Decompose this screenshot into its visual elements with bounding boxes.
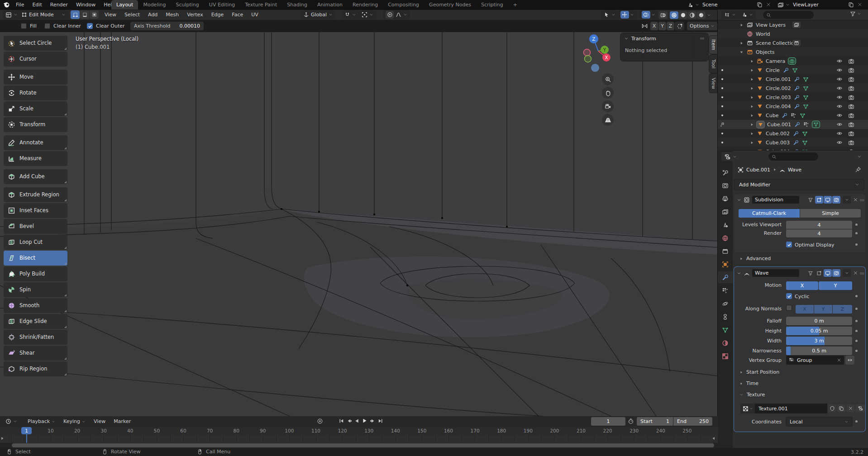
wireframe-shading-button[interactable]	[670, 11, 678, 19]
options-dropdown[interactable]: Options	[687, 22, 717, 30]
modifier-extras-dropdown[interactable]	[843, 196, 851, 204]
overlays-toggle-group[interactable]	[639, 10, 658, 19]
viewport-menu-vertex[interactable]: Vertex	[183, 10, 207, 20]
proportional-editing-group[interactable]	[383, 10, 410, 19]
along-z-button[interactable]: Z	[833, 305, 852, 314]
eye-icon[interactable]	[836, 112, 843, 119]
camera-restrict-icon[interactable]	[848, 139, 854, 146]
show-in-editmode-cage-icon[interactable]	[806, 196, 815, 204]
properties-tab-data[interactable]	[718, 324, 733, 336]
fake-user-button[interactable]	[828, 404, 836, 412]
outliner-row-objects[interactable]: Objects	[718, 48, 868, 57]
properties-editor-type-button[interactable]	[721, 152, 739, 161]
viewlayer-icon[interactable]	[777, 2, 784, 8]
camera-restrict-icon[interactable]	[848, 94, 854, 100]
pin-icon[interactable]	[855, 166, 861, 173]
eye-icon[interactable]	[836, 139, 843, 146]
auto-keying-button[interactable]	[317, 418, 323, 424]
texture-name-field[interactable]: Texture.001	[755, 404, 827, 413]
fill-checkbox-group[interactable]: Fill	[21, 23, 37, 29]
expand-arrow-icon[interactable]	[750, 95, 754, 100]
expand-arrow-icon[interactable]	[750, 59, 754, 63]
fill-checkbox[interactable]	[21, 23, 27, 29]
simple-button[interactable]: Simple	[800, 209, 861, 218]
snap-toggle-button[interactable]	[342, 10, 359, 19]
tool-annotate[interactable]: Annotate	[4, 135, 67, 150]
properties-tab-physics[interactable]	[718, 298, 733, 309]
properties-tab-particles[interactable]	[718, 285, 733, 296]
tool-spin[interactable]: Spin	[4, 282, 67, 297]
slider-falloff[interactable]: 0 m	[786, 317, 852, 325]
motion-y-button[interactable]: Y	[819, 281, 852, 290]
properties-search-field[interactable]	[768, 152, 818, 161]
outliner-filter-button[interactable]	[850, 11, 861, 17]
axis-toggle-z[interactable]: Z	[667, 22, 674, 30]
delete-modifier-button[interactable]	[851, 196, 859, 204]
workspace-tab-sculpting[interactable]: Sculpting	[171, 0, 204, 10]
viewport-menu-add[interactable]: Add	[144, 10, 162, 20]
eye-icon[interactable]	[836, 130, 843, 137]
menu-file[interactable]: File	[12, 0, 28, 10]
timeline-menu-keying[interactable]: Keying	[59, 416, 90, 427]
levels-viewport-field[interactable]: 4	[786, 221, 852, 229]
expand-left-chevron-icon[interactable]	[0, 436, 5, 441]
wrench-icon[interactable]	[794, 122, 800, 128]
display-in-editmode-toggle[interactable]	[815, 196, 823, 204]
eye-icon[interactable]	[836, 103, 843, 109]
wrench-icon[interactable]	[793, 131, 799, 137]
texture-properties-button[interactable]	[855, 404, 865, 412]
timeline-ruler[interactable]: 1020304050607080901001101201301401501601…	[0, 427, 718, 435]
expand-arrow-icon[interactable]	[750, 77, 754, 81]
workspace-tab-scripting[interactable]: Scripting	[476, 0, 508, 10]
outliner-row-cube-003[interactable]: Cube.003	[718, 138, 868, 147]
tool-smooth[interactable]: Smooth	[4, 298, 67, 313]
scene-copy-button[interactable]	[757, 2, 763, 8]
eye-icon[interactable]	[836, 121, 843, 128]
mesh-data-icon[interactable]	[812, 121, 820, 128]
animate-dot[interactable]	[855, 223, 858, 226]
rotation-snap-button[interactable]	[675, 22, 684, 30]
blender-logo-icon[interactable]	[3, 1, 10, 8]
animate-dot[interactable]	[855, 308, 858, 310]
animate-dot[interactable]	[855, 420, 858, 423]
tool-add-cube[interactable]: Add Cube	[4, 169, 67, 184]
animate-dot[interactable]	[855, 350, 858, 352]
play-button[interactable]	[362, 418, 368, 424]
camera-photo-icon[interactable]	[788, 58, 796, 64]
render-field[interactable]: 4	[786, 229, 852, 238]
navigation-gizmo[interactable]: Z Y X	[582, 33, 622, 78]
outliner-row-cube-004[interactable]: Cube.004	[718, 147, 868, 150]
properties-tab-material[interactable]	[718, 337, 733, 349]
timeline-editor-type-button[interactable]	[3, 417, 20, 426]
wrench-icon[interactable]	[793, 140, 799, 146]
snap-target-dropdown[interactable]	[359, 10, 376, 19]
tool-extrude-region[interactable]: Extrude Region	[4, 187, 67, 202]
timeline-menu-playback[interactable]: Playback	[24, 416, 59, 427]
slider-narrowness[interactable]: 0.5 m	[786, 347, 852, 355]
invert-vertex-group-button[interactable]	[845, 356, 854, 365]
modifier-name-field[interactable]: Wave	[752, 269, 799, 277]
mesh-data-icon[interactable]	[802, 131, 808, 137]
add-modifier-button[interactable]: Add Modifier	[734, 179, 864, 190]
timeline-scrollbar-thumb[interactable]	[12, 443, 714, 447]
optimal-display-checkbox[interactable]	[786, 242, 792, 247]
outliner-row-circle[interactable]: Circle	[718, 66, 868, 75]
tool-poly-build[interactable]: Poly Build	[4, 266, 67, 281]
tool-bisect[interactable]: Bisect	[4, 251, 67, 266]
tool-rotate[interactable]: Rotate	[4, 86, 67, 100]
eye-icon[interactable]	[836, 94, 843, 100]
outliner-row-cube-002[interactable]: Cube.002	[718, 129, 868, 138]
slider-height[interactable]: 0.05 m	[786, 327, 852, 335]
axis-toggle-x[interactable]: X	[650, 22, 658, 30]
outliner-row-scene-collection[interactable]: Scene Collection	[718, 38, 868, 48]
tool-shear[interactable]: Shear	[4, 346, 67, 361]
viewport-menu-select[interactable]: Select	[120, 10, 144, 20]
proportional-editing-icon[interactable]	[386, 11, 394, 19]
chevron-down-icon[interactable]	[695, 3, 699, 7]
properties-tab-constraints[interactable]	[718, 311, 733, 323]
particles-icon[interactable]	[791, 113, 796, 119]
gizmo-icon[interactable]	[620, 11, 629, 19]
drag-dots-icon[interactable]	[859, 271, 865, 276]
viewlayer-close-button[interactable]	[857, 2, 863, 7]
mesh-data-icon[interactable]	[803, 76, 809, 82]
